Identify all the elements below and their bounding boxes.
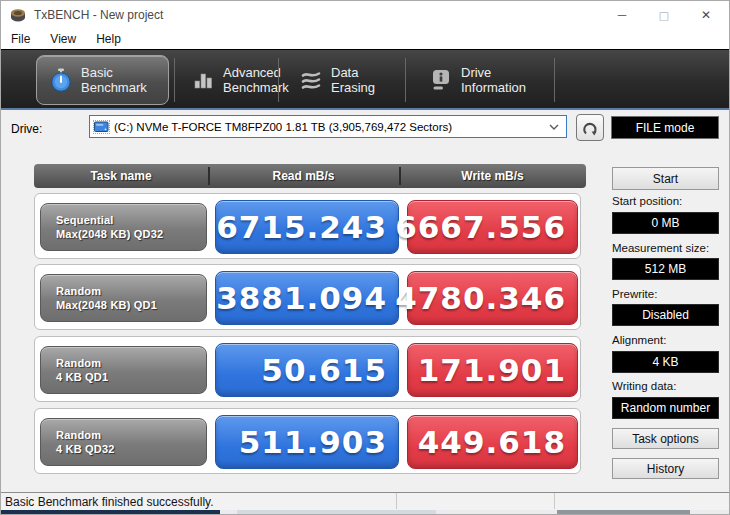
tab-advanced-benchmark[interactable]: Advanced Benchmark [181, 55, 273, 105]
tab-label-line2: Benchmark [81, 80, 147, 95]
tab-label-line1: Basic [81, 65, 147, 80]
task-line1: Random [56, 356, 206, 370]
read-value: 6715.243 [215, 200, 399, 254]
task-line2: Max(2048 KB) QD1 [56, 298, 206, 312]
tab-label-line1: Data Erasing [331, 65, 399, 95]
column-header-read: Read mB/s [208, 169, 399, 183]
prewrite-value[interactable]: Disabled [612, 304, 719, 326]
write-value: 449.618 [407, 415, 578, 469]
task-name-button[interactable]: Random 4 KB QD1 [40, 346, 207, 394]
status-bar-divider [396, 493, 397, 509]
read-value: 511.903 [215, 415, 399, 469]
read-value: 3881.094 [215, 271, 399, 325]
tab-divider [405, 58, 406, 102]
drive-selected-value: (C:) NVMe T-FORCE TM8FPZ00 1.81 TB (3,90… [114, 121, 452, 133]
bar-chart-icon [194, 71, 214, 89]
task-name-button[interactable]: Random Max(2048 KB) QD1 [40, 274, 207, 322]
maximize-button[interactable]: ◻ [643, 1, 685, 29]
close-button[interactable]: ✕ [685, 1, 727, 29]
drive-select[interactable]: (C:) NVMe T-FORCE TM8FPZ00 1.81 TB (3,90… [89, 115, 567, 138]
start-position-value[interactable]: 0 MB [612, 212, 719, 234]
task-line1: Sequential [56, 213, 206, 227]
benchmark-row-random-qd1-max: Random Max(2048 KB) QD1 3881.094 4780.34… [34, 264, 581, 330]
alignment-value[interactable]: 4 KB [612, 351, 719, 373]
tab-basic-benchmark[interactable]: Basic Benchmark [36, 55, 169, 105]
drive-icon [94, 121, 109, 133]
chevron-down-icon [549, 124, 559, 130]
status-message: Basic Benchmark finished successfully. [5, 495, 214, 509]
start-button[interactable]: Start [612, 167, 719, 190]
refresh-icon [582, 120, 598, 136]
prewrite-label: Prewrite: [612, 288, 657, 300]
writing-data-label: Writing data: [612, 380, 676, 392]
tab-label-line2: Information [461, 80, 526, 95]
task-line1: Random [56, 428, 206, 442]
results-table-header: Task name Read mB/s Write mB/s [34, 164, 586, 188]
read-value: 50.615 [215, 343, 399, 397]
benchmark-row-random-4kb-qd1: Random 4 KB QD1 50.615 171.901 [34, 336, 581, 402]
taskbar-segment [237, 510, 436, 515]
write-value: 171.901 [407, 343, 578, 397]
start-position-label: Start position: [612, 195, 682, 207]
task-name-button[interactable]: Random 4 KB QD32 [40, 418, 207, 466]
stopwatch-icon [50, 68, 72, 92]
tab-divider [554, 58, 555, 102]
title-bar: TxBENCH - New project ─ ◻ ✕ [1, 1, 729, 29]
benchmark-row-sequential-qd32: Sequential Max(2048 KB) QD32 6715.243 66… [34, 193, 581, 259]
history-button[interactable]: History [612, 458, 719, 479]
measurement-size-value[interactable]: 512 MB [612, 258, 719, 280]
file-mode-button[interactable]: FILE mode [611, 116, 719, 139]
column-header-task-name: Task name [34, 169, 208, 183]
task-line2: 4 KB QD1 [56, 370, 206, 384]
tab-label-line1: Drive [461, 65, 526, 80]
minimize-button[interactable]: ─ [601, 1, 643, 29]
task-options-button[interactable]: Task options [612, 428, 719, 449]
refresh-drives-button[interactable] [576, 114, 604, 141]
txbench-window: TxBENCH - New project ─ ◻ ✕ File View He… [0, 0, 730, 515]
benchmark-row-random-4kb-qd32: Random 4 KB QD32 511.903 449.618 [34, 408, 581, 474]
app-icon [10, 8, 26, 23]
tab-divider [174, 58, 175, 102]
taskbar-segment [1, 510, 220, 515]
eraser-spring-icon [300, 71, 322, 90]
tab-bar: Basic Benchmark Advanced Benchmark [1, 49, 729, 110]
drive-info-icon [430, 69, 452, 91]
task-line1: Random [56, 284, 206, 298]
write-value: 6667.556 [407, 200, 578, 254]
tab-divider [278, 58, 279, 102]
menu-view[interactable]: View [40, 32, 86, 46]
task-name-button[interactable]: Sequential Max(2048 KB) QD32 [40, 203, 207, 251]
writing-data-value[interactable]: Random number [612, 397, 719, 419]
menu-file[interactable]: File [1, 32, 40, 46]
task-line2: Max(2048 KB) QD32 [56, 227, 206, 241]
task-line2: 4 KB QD32 [56, 442, 206, 456]
write-value: 4780.346 [407, 271, 578, 325]
status-bar-divider [554, 493, 555, 509]
column-header-write: Write mB/s [399, 169, 586, 183]
windows-taskbar-sliver [1, 510, 729, 515]
window-title: TxBENCH - New project [34, 8, 163, 22]
header-divider [208, 167, 210, 185]
measurement-size-label: Measurement size: [612, 242, 709, 254]
header-divider [399, 167, 401, 185]
window-controls: ─ ◻ ✕ [601, 1, 727, 29]
menu-bar: File View Help [1, 29, 729, 49]
tab-drive-information[interactable]: Drive Information [417, 55, 539, 105]
status-bar: Basic Benchmark finished successfully. [1, 492, 729, 510]
alignment-label: Alignment: [612, 334, 666, 346]
drive-label: Drive: [11, 122, 42, 136]
tab-data-erasing[interactable]: Data Erasing [287, 55, 399, 105]
menu-help[interactable]: Help [86, 32, 131, 46]
taskbar-segment [557, 510, 690, 515]
